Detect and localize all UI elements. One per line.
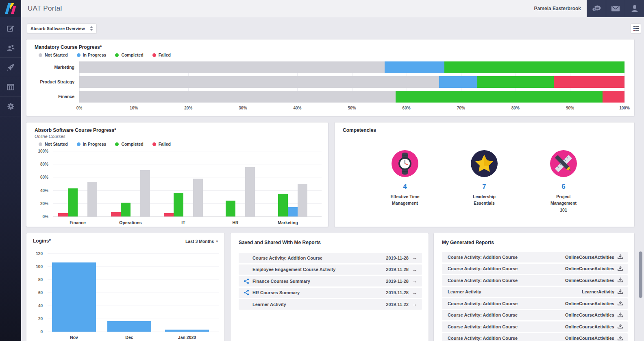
bar-completed[interactable] [174, 193, 183, 216]
legend-dot-icon [115, 53, 119, 57]
bar-not_started[interactable] [298, 184, 307, 217]
table-icon [6, 83, 15, 92]
dashboard-select[interactable]: Absorb Software Overview [27, 23, 97, 34]
bar-group-finance [58, 151, 97, 216]
bar-segment-not_started[interactable] [79, 76, 439, 88]
bar-completed[interactable] [68, 188, 78, 216]
absorb-logo[interactable] [0, 0, 21, 17]
bar-segment-completed[interactable] [444, 61, 624, 73]
bar-not_started[interactable] [193, 179, 203, 216]
download-icon[interactable] [618, 254, 623, 260]
open-report-arrow-icon[interactable]: → [412, 255, 417, 260]
user-name[interactable]: Pamela Easterbrook [534, 6, 581, 11]
open-report-arrow-icon[interactable]: → [412, 267, 417, 272]
saved-report-row[interactable]: HR Courses Summary2019-11-28→ [239, 288, 422, 298]
report-download-link[interactable]: OnlineCourseActivities [565, 324, 614, 329]
bar-slot [193, 151, 203, 216]
report-download-link[interactable]: OnlineCourseActivities [565, 255, 614, 260]
axis-tick-label: 90% [566, 106, 574, 110]
sidebar-item-edit[interactable] [0, 19, 21, 38]
bar-completed[interactable] [226, 201, 235, 216]
users-icon [6, 43, 15, 52]
bar-segment-failed[interactable] [603, 91, 624, 103]
generated-report-row[interactable]: Learner ActivityLearnerActivity [442, 287, 628, 297]
login-bar-1[interactable] [52, 262, 96, 332]
bar-completed[interactable] [121, 203, 131, 216]
dashboard-layout-button[interactable] [631, 23, 641, 34]
axis-category-label: Finance [70, 220, 86, 225]
generated-report-row[interactable]: Course Activity: Addition CourseOnlineCo… [442, 298, 628, 309]
bar-segment-in_progress[interactable] [385, 61, 445, 73]
login-bar-2[interactable] [107, 321, 151, 332]
bar-not_started[interactable] [87, 182, 97, 216]
report-download-link[interactable]: OnlineCourseActivities [565, 336, 614, 341]
download-icon[interactable] [618, 277, 623, 283]
bar-segment-in_progress[interactable] [439, 76, 477, 88]
report-download-link[interactable]: LearnerActivity [582, 289, 614, 294]
saved-report-row[interactable]: Employee Engagement Course Activity2019-… [239, 264, 422, 275]
range-filter-dropdown[interactable]: Last 3 Months ▾ [185, 239, 218, 244]
download-icon[interactable] [618, 324, 623, 330]
stacked-bar[interactable] [79, 91, 624, 103]
saved-report-row[interactable]: Learner Activity2019-11-22→ [239, 299, 422, 310]
download-icon[interactable] [618, 266, 623, 272]
generated-report-row[interactable]: Course Activity: Addition CourseOnlineCo… [442, 333, 628, 341]
report-date: 2019-11-28 [386, 256, 409, 260]
bar-slot [121, 151, 131, 216]
sidebar-item-rocket[interactable] [0, 58, 21, 77]
bar-in_progress[interactable] [288, 207, 298, 216]
bar-slot [268, 151, 278, 216]
axis-tick-label: 70% [457, 106, 465, 110]
profile-button[interactable] [625, 0, 644, 17]
sidebar-item-table[interactable] [0, 77, 21, 97]
report-download-link[interactable]: OnlineCourseActivities [565, 313, 614, 317]
report-download-link[interactable]: OnlineCourseActivities [565, 266, 614, 271]
bar-segment-not_started[interactable] [79, 91, 396, 103]
gridline [53, 216, 322, 217]
axis-tick-label: 0% [76, 106, 82, 110]
bar-completed[interactable] [278, 194, 288, 216]
generated-report-row[interactable]: Course Activity: Addition CourseOnlineCo… [442, 321, 628, 332]
help-button[interactable]: ? [587, 0, 606, 17]
competency-item[interactable]: 4Effective TimeManagement [372, 150, 437, 207]
report-name: Course Activity: Addition Course [447, 301, 565, 306]
sidebar-item-settings[interactable] [0, 97, 21, 116]
sidebar-item-users[interactable] [0, 38, 21, 58]
generated-report-row[interactable]: Course Activity: Addition CourseOnlineCo… [442, 252, 628, 262]
axis-tick-label: 0% [43, 214, 48, 219]
open-report-arrow-icon[interactable]: → [412, 290, 417, 295]
open-report-arrow-icon[interactable]: → [412, 302, 417, 307]
open-report-arrow-icon[interactable]: → [412, 278, 417, 284]
report-download-link[interactable]: OnlineCourseActivities [565, 301, 614, 306]
download-icon[interactable] [618, 312, 623, 318]
page-scrollbar-thumb[interactable] [639, 251, 642, 298]
saved-report-row[interactable]: Course Activity: Addition Course2019-11-… [239, 253, 422, 263]
bar-not_started[interactable] [140, 170, 150, 216]
generated-report-row[interactable]: Course Activity: Addition CourseOnlineCo… [442, 264, 628, 274]
axis-category-label: HR [232, 220, 238, 225]
generated-report-row[interactable]: Course Activity: Addition CourseOnlineCo… [442, 310, 628, 321]
dashboard-select-value: Absorb Software Overview [30, 26, 90, 31]
messages-button[interactable] [606, 0, 625, 17]
bar-failed[interactable] [111, 212, 121, 216]
download-icon[interactable] [618, 300, 623, 306]
generated-report-row[interactable]: Course Activity: Addition CourseOnlineCo… [442, 275, 628, 286]
login-bar-3[interactable] [165, 330, 209, 332]
bar-failed[interactable] [164, 213, 174, 216]
stacked-bar[interactable] [79, 61, 624, 73]
download-icon[interactable] [618, 289, 623, 295]
bar-segment-completed[interactable] [396, 91, 603, 103]
report-download-link[interactable]: OnlineCourseActivities [565, 278, 614, 283]
bar-segment-failed[interactable] [554, 76, 624, 88]
bar-segment-not_started[interactable] [79, 61, 385, 73]
competency-item[interactable]: 7LeadershipEssentials [452, 150, 517, 207]
panel-title: Mandatory Course Progress* [35, 44, 102, 50]
download-icon[interactable] [618, 335, 623, 341]
competency-item[interactable]: 6ProjectManagement101 [531, 150, 596, 213]
stacked-bar[interactable] [79, 76, 624, 88]
help-icon: ? [592, 4, 601, 13]
saved-report-row[interactable]: Finance Courses Summary2019-11-28→ [239, 276, 422, 286]
bar-failed[interactable] [58, 213, 68, 216]
bar-not_started[interactable] [245, 167, 255, 216]
bar-segment-completed[interactable] [477, 76, 554, 88]
